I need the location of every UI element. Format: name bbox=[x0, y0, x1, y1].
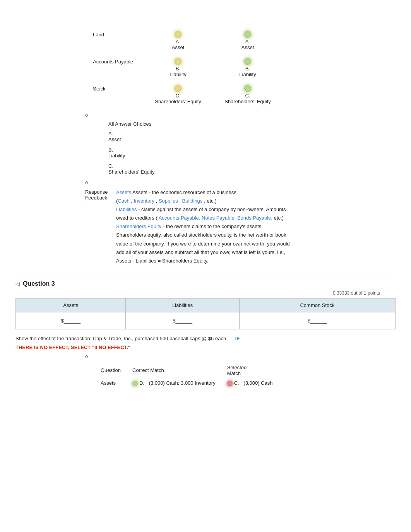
rf-ap-keyword: Accounts Payable, Notes Payable, Bonds P… bbox=[159, 215, 272, 221]
transaction-row: Show the effect of the transaction: Cap … bbox=[15, 336, 396, 343]
question3-header: ◁ Question 3 bbox=[15, 280, 396, 287]
land-correct-text: Asset bbox=[172, 44, 185, 50]
correct-radio-green-icon bbox=[132, 381, 138, 386]
ap-selected-text: Liability bbox=[239, 72, 256, 77]
ap-correct-option: B. Liability bbox=[155, 58, 201, 77]
stock-row: Stock C. Shareholders' Equity C. Shareho… bbox=[93, 85, 396, 104]
accounts-payable-row: Accounts Payable B. Liability B. Liabili… bbox=[93, 58, 396, 77]
choice-b-text: Liability bbox=[108, 153, 125, 159]
balance-sheet-table: Assets Liabilities Common Stock $______ … bbox=[15, 298, 396, 329]
assets-header: Assets bbox=[16, 298, 126, 312]
rf-etc2: etc.) bbox=[272, 215, 284, 221]
no-effect-row: THERE IS NO EFFECT, SELECT "0 NO EFFECT.… bbox=[15, 344, 396, 350]
rf-cash-keyword: Cash bbox=[118, 198, 129, 204]
rf-se-text: - the owners claims to the company's ass… bbox=[161, 223, 263, 229]
match-question-assets: Assets bbox=[101, 378, 132, 389]
match-question-header: Question bbox=[101, 363, 132, 378]
rf-se-desc3: add all of your assets and subtract all … bbox=[116, 249, 285, 255]
liabilities-cell: $______ bbox=[126, 312, 239, 329]
rf-comma3: , bbox=[178, 198, 182, 204]
match-correct-header: Correct Match bbox=[132, 363, 227, 378]
rf-owed-text: owed to creditors ( bbox=[116, 215, 159, 221]
rf-se-desc1: Shareholders equity, also called stockho… bbox=[116, 232, 286, 238]
rf-se-desc4: Assets - Liabilities = Shareholders Equi… bbox=[116, 258, 209, 264]
rf-liabilities-keyword: Liabilities bbox=[116, 206, 137, 212]
match-selected-letter: C. bbox=[234, 380, 239, 386]
land-correct-radio bbox=[175, 31, 182, 38]
response-feedback-label: ResponseFeedback: bbox=[85, 188, 116, 206]
ap-correct-radio bbox=[175, 58, 182, 65]
answer-rows-section: Land A. Asset A. Asset Accounts Payable … bbox=[15, 31, 396, 104]
stock-selected-text: Shareholders' Equity bbox=[224, 99, 271, 104]
stock-correct-letter: C. bbox=[176, 93, 181, 99]
match-selected-option: C. (3,000) Cash bbox=[227, 380, 273, 386]
transaction-text: Show the effect of the transaction: Cap … bbox=[15, 336, 228, 341]
question3-arrow-icon: ◁ bbox=[15, 281, 20, 287]
rf-assets-text: Assets - the economic resources of a bus… bbox=[132, 189, 236, 195]
match-correct-assets: D. (3,000) Cash; 3,000 Inventory bbox=[132, 378, 227, 389]
choice-a-text: Asset bbox=[108, 136, 121, 142]
match-row-assets: Assets D. (3,000) Cash; 3,000 Inventory … bbox=[101, 378, 284, 389]
assets-cell: $______ bbox=[16, 312, 126, 329]
choice-c: C. Shareholders' Equity bbox=[108, 163, 396, 175]
rf-liabilities-text: - claims against the assets of a company… bbox=[137, 206, 286, 212]
choice-c-letter: C. bbox=[108, 163, 113, 169]
land-correct-option: A. Asset bbox=[155, 31, 201, 50]
choice-b-letter: B. bbox=[108, 147, 113, 153]
rf-se-keyword: Shareholders Equity bbox=[116, 223, 161, 229]
ap-selected-option: B. Liability bbox=[224, 58, 271, 77]
rf-buildings-keyword: Buildings bbox=[182, 198, 203, 204]
liabilities-header: Liabilities bbox=[126, 298, 239, 312]
stock-selected-option: C. Shareholders' Equity bbox=[224, 85, 271, 104]
match-selected-text: (3,000) Cash bbox=[243, 380, 272, 386]
common-stock-header: Common Stock bbox=[239, 298, 395, 312]
ap-selected-letter: B. bbox=[245, 66, 250, 72]
match-correct-option: D. (3,000) Cash; 3,000 Inventory bbox=[132, 380, 216, 386]
rf-etc1: , etc.) bbox=[202, 198, 216, 204]
ap-correct-text: Liability bbox=[170, 72, 186, 77]
choice-c-text: Shareholders' Equity bbox=[108, 169, 155, 175]
land-label: Land bbox=[93, 31, 155, 38]
land-selected-letter: A. bbox=[245, 39, 250, 44]
stock-label: Stock bbox=[93, 85, 155, 92]
ap-selected-radio bbox=[244, 58, 251, 65]
stock-selected-radio bbox=[244, 85, 251, 92]
response-feedback-section: ResponseFeedback: Assets Assets - the ec… bbox=[85, 188, 396, 265]
if-badge: IF bbox=[235, 336, 240, 341]
common-stock-cell: $______ bbox=[239, 312, 395, 329]
stock-correct-option: C. Shareholders' Equity bbox=[155, 85, 201, 104]
response-feedback-content: Assets Assets - the economic resources o… bbox=[116, 188, 290, 265]
match-correct-letter: D. bbox=[139, 380, 144, 386]
choice-b: B. Liability bbox=[108, 147, 396, 159]
ap-correct-letter: B. bbox=[176, 66, 180, 72]
match-selected-assets: C. (3,000) Cash bbox=[227, 378, 284, 389]
match-correct-text: (3,000) Cash; 3,000 Inventory bbox=[149, 380, 216, 386]
rf-comma1: , bbox=[130, 198, 134, 204]
land-selected-text: Asset bbox=[241, 44, 254, 50]
rf-supplies-keyword: Supplies bbox=[159, 198, 178, 204]
stock-correct-radio bbox=[175, 85, 182, 92]
all-answer-choices-label: All Answer Choices bbox=[108, 121, 396, 127]
stock-selected-letter: C. bbox=[245, 93, 250, 99]
stock-correct-text: Shareholders' Equity bbox=[155, 99, 201, 104]
accounts-payable-label: Accounts Payable bbox=[93, 58, 155, 65]
question3-title: Question 3 bbox=[23, 280, 55, 287]
rf-comma2: , bbox=[154, 198, 159, 204]
bullet-o-2: o bbox=[85, 179, 396, 185]
rf-assets-keyword: Assets bbox=[116, 189, 131, 195]
match-table-inner: Question Correct Match SelectedMatch Ass… bbox=[101, 363, 284, 389]
land-correct-letter: A. bbox=[176, 39, 180, 44]
question3-points: 0.33333 out of 1 points bbox=[15, 290, 396, 296]
divider bbox=[15, 273, 396, 273]
no-effect-text: THERE IS NO EFFECT, SELECT "0 NO EFFECT.… bbox=[15, 344, 130, 350]
land-selected-radio bbox=[244, 31, 251, 38]
choice-a: A. Asset bbox=[108, 131, 396, 142]
match-table: Question Correct Match SelectedMatch Ass… bbox=[101, 363, 396, 389]
land-row: Land A. Asset A. Asset bbox=[93, 31, 396, 50]
choice-a-letter: A. bbox=[108, 131, 113, 136]
bullet-o-q3: o bbox=[85, 353, 396, 359]
bullet-o-1: o bbox=[85, 112, 396, 118]
land-selected-option: A. Asset bbox=[224, 31, 271, 50]
rf-se-desc2: value of the company. If you were to det… bbox=[116, 241, 290, 247]
selected-radio-red-icon bbox=[227, 381, 233, 386]
